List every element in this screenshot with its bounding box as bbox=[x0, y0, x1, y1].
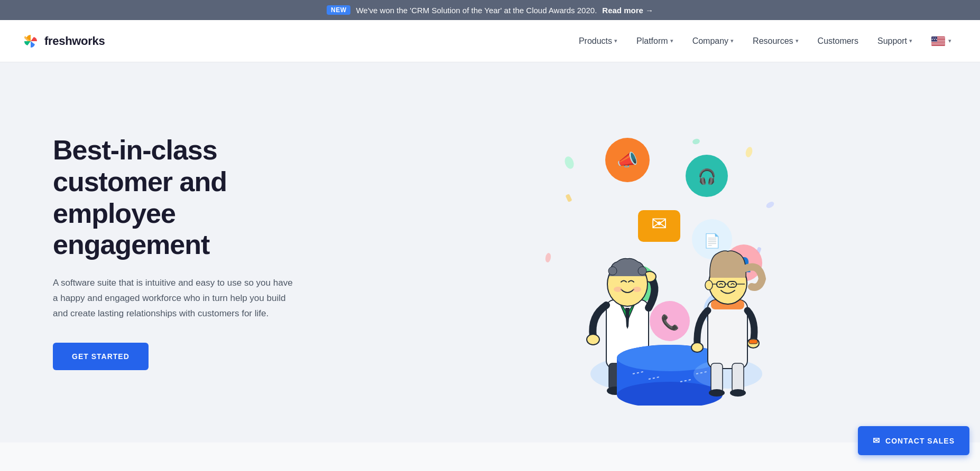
hero-subtitle: A software suite that is intuitive and e… bbox=[53, 276, 296, 322]
nav-item-company[interactable]: Company ▾ bbox=[685, 32, 741, 50]
svg-rect-62 bbox=[708, 300, 747, 369]
nav-label-platform: Platform bbox=[636, 36, 668, 46]
svg-text:📣: 📣 bbox=[617, 150, 638, 170]
freshworks-logo-icon bbox=[21, 32, 40, 51]
nav-item-support[interactable]: Support ▾ bbox=[870, 32, 920, 50]
svg-text:📄: 📄 bbox=[704, 232, 721, 249]
svg-point-69 bbox=[709, 389, 725, 397]
nav-label-resources: Resources bbox=[753, 36, 793, 46]
svg-rect-9 bbox=[931, 42, 945, 43]
header: freshworks Products ▾ Platform ▾ Company… bbox=[0, 20, 980, 62]
nav-label-products: Products bbox=[579, 36, 612, 46]
hero-title: Best-in-class customer and employee enga… bbox=[53, 135, 317, 261]
hero-illustration-svg: 📣 🎧 ✉ 📄 👤 📊 📞 💬 bbox=[464, 99, 791, 406]
banner-text: We've won the 'CRM Solution of the Year'… bbox=[356, 6, 597, 15]
svg-rect-12 bbox=[931, 44, 945, 45]
main-nav: Products ▾ Platform ▾ Company ▾ Resource… bbox=[571, 32, 959, 50]
envelope-icon: ✉ bbox=[873, 436, 880, 442]
nav-label-support: Support bbox=[877, 36, 907, 46]
read-more-link[interactable]: Read more → bbox=[602, 6, 653, 15]
nav-label-company: Company bbox=[692, 36, 728, 46]
svg-point-50 bbox=[638, 267, 646, 275]
us-flag-icon: ★★★ ★ ★ bbox=[931, 36, 945, 46]
svg-point-52 bbox=[633, 287, 641, 292]
nav-item-products[interactable]: Products ▾ bbox=[571, 32, 625, 50]
svg-point-51 bbox=[614, 287, 622, 292]
svg-point-77 bbox=[705, 280, 713, 290]
svg-point-19 bbox=[765, 201, 775, 210]
new-badge: NEW bbox=[327, 5, 351, 15]
logo-text: freshworks bbox=[44, 34, 105, 48]
logo-link[interactable]: freshworks bbox=[21, 32, 105, 51]
svg-point-42 bbox=[587, 334, 599, 345]
svg-point-70 bbox=[730, 389, 746, 397]
chevron-down-icon: ▾ bbox=[948, 37, 951, 44]
nav-item-platform[interactable]: Platform ▾ bbox=[629, 32, 681, 50]
chevron-down-icon: ▾ bbox=[614, 37, 617, 44]
nav-item-customers[interactable]: Customers bbox=[810, 32, 866, 50]
svg-point-49 bbox=[608, 267, 617, 275]
chevron-down-icon: ▾ bbox=[670, 37, 673, 44]
svg-text:✉: ✉ bbox=[651, 213, 667, 234]
nav-label-customers: Customers bbox=[818, 36, 858, 46]
svg-point-17 bbox=[563, 155, 575, 170]
hero-illustration: 📣 🎧 ✉ 📄 👤 📊 📞 💬 bbox=[317, 94, 938, 411]
svg-rect-67 bbox=[711, 363, 723, 392]
chevron-down-icon: ▾ bbox=[796, 37, 799, 44]
hero-section: Best-in-class customer and employee enga… bbox=[0, 62, 980, 442]
nav-item-resources[interactable]: Resources ▾ bbox=[745, 32, 806, 50]
svg-text:🎧: 🎧 bbox=[698, 168, 716, 185]
top-banner: NEW We've won the 'CRM Solution of the Y… bbox=[0, 0, 980, 20]
svg-text:📞: 📞 bbox=[661, 314, 679, 331]
svg-text:★ ★: ★ ★ bbox=[932, 37, 936, 39]
get-started-button[interactable]: GET STARTED bbox=[53, 343, 149, 370]
svg-rect-66 bbox=[749, 340, 757, 344]
svg-point-18 bbox=[745, 146, 754, 158]
svg-point-20 bbox=[545, 252, 552, 262]
nav-item-locale[interactable]: ★★★ ★ ★ ▾ bbox=[924, 32, 959, 50]
svg-rect-68 bbox=[732, 363, 744, 392]
svg-rect-22 bbox=[565, 194, 572, 202]
svg-rect-10 bbox=[931, 43, 945, 43]
svg-point-21 bbox=[692, 138, 700, 145]
contact-sales-button[interactable]: ✉ CONTACT SALES bbox=[858, 426, 969, 442]
hero-content: Best-in-class customer and employee enga… bbox=[53, 135, 317, 370]
svg-rect-11 bbox=[931, 43, 945, 44]
svg-point-64 bbox=[691, 343, 703, 352]
svg-rect-8 bbox=[931, 41, 945, 42]
chevron-down-icon: ▾ bbox=[909, 37, 912, 44]
chevron-down-icon: ▾ bbox=[731, 37, 734, 44]
svg-rect-13 bbox=[931, 45, 945, 45]
contact-sales-label: CONTACT SALES bbox=[885, 437, 955, 443]
